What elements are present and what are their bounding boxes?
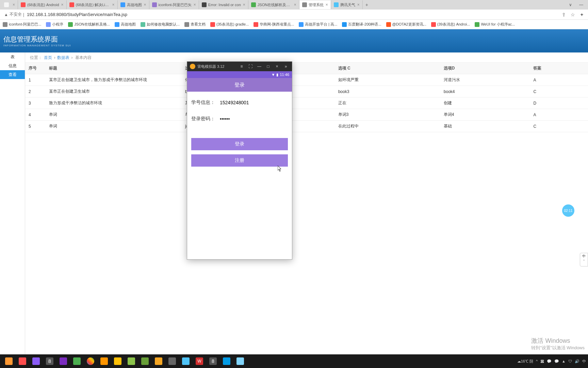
tab-5[interactable]: Error: Invalid or con× [199, 0, 248, 9]
taskbar-app[interactable] [3, 356, 15, 367]
taskbar-app[interactable] [98, 356, 110, 367]
table-header: 选项 C [335, 63, 440, 74]
bookmark-item[interactable]: JSON在线解析及格... [68, 22, 110, 27]
tray-icon[interactable]: 🕿 [540, 359, 544, 363]
tab-6[interactable]: JSON在线解析及格式× [248, 0, 299, 9]
url-input[interactable]: 192.168.1.168:8080/StudyPlanService/main… [27, 12, 562, 17]
emulator-titlebar[interactable]: 雷电模拟器 3.12 ≡ ⛶ — □ × » [187, 62, 292, 71]
minimize-icon[interactable]: — [576, 2, 587, 7]
tab-7[interactable]: 管理系统× [299, 0, 331, 9]
tab-4[interactable]: iconfont-阿里巴巴矢× [149, 0, 199, 9]
tab-8[interactable]: 腾讯天气× [331, 0, 363, 9]
password-input[interactable] [218, 115, 288, 123]
share-icon[interactable]: ⇪ [562, 12, 566, 17]
tab-3[interactable]: 高德地图× [118, 0, 149, 9]
breadcrumb-link[interactable]: 数据表 [57, 55, 69, 60]
tray-icon[interactable]: ▲ [562, 359, 566, 363]
close-icon[interactable]: × [243, 2, 245, 7]
security-indicator[interactable]: ▲ 不安全 | [4, 12, 24, 17]
weather-widget[interactable]: ☁ 16℃ 阴 [517, 359, 533, 364]
bookmark-item[interactable]: 如何修改电脑默认... [141, 22, 180, 27]
close-icon[interactable]: × [13, 2, 15, 7]
expand-icon[interactable]: » [282, 64, 289, 69]
taskbar-app[interactable] [139, 356, 151, 367]
breadcrumb-link[interactable]: 首页 [44, 55, 52, 60]
table-cell: 正在 [335, 97, 440, 109]
register-button[interactable]: 注册 [191, 154, 288, 167]
emulator-logo-icon [190, 64, 195, 69]
taskbar-app[interactable] [112, 356, 124, 367]
sidebar: 表 信息 查看 [0, 52, 25, 354]
taskbar-app[interactable] [220, 356, 233, 367]
taskbar-app[interactable] [234, 356, 246, 367]
table-row[interactable]: 1某市正在创建卫生城市，致力形成干净整洁的城市环境依然存在一些问题如环境严重河道… [25, 74, 588, 86]
new-tab-button[interactable]: + [363, 2, 371, 7]
taskbar-app[interactable] [125, 356, 137, 367]
ime-indicator[interactable]: 中 › [580, 253, 588, 266]
taskbar-app[interactable] [71, 356, 83, 367]
taskbar-app[interactable] [57, 356, 69, 367]
tray-chevron-icon[interactable]: ^ [536, 359, 538, 363]
taskbar-app[interactable] [166, 356, 178, 367]
extensions-icon[interactable]: ✦ [580, 12, 584, 17]
close-icon[interactable]: × [357, 2, 360, 7]
table-cell: 某市正在创建卫生城市 [46, 86, 182, 97]
content: 位置： 首页 › 数据表 › 基本内容 序号 标题 选项 B 选项 C 选项D … [25, 52, 588, 354]
windows-watermark: 激活 Windows 转到"设置"以激活 Windows [531, 337, 585, 351]
ime-tray[interactable]: 中 [582, 359, 586, 364]
taskbar-app[interactable] [84, 356, 97, 367]
taskbar-app[interactable] [16, 356, 29, 367]
close-icon[interactable]: × [112, 2, 115, 7]
taskbar-app[interactable] [180, 356, 192, 367]
close-icon[interactable]: × [326, 2, 328, 7]
menu-icon[interactable]: ≡ [238, 64, 245, 69]
table-row[interactable]: 5单词java基础在此过程中基础C [25, 121, 588, 132]
battery-icon: ▮ [276, 73, 278, 77]
tray-icon[interactable]: 🛡 [568, 359, 572, 363]
taskbar-app[interactable] [30, 356, 42, 367]
timer-badge[interactable]: 02:11 [562, 204, 574, 217]
bookmark-item[interactable]: 高德开放平台 | 高... [299, 22, 337, 27]
bookmark-item[interactable]: @DOTA2更新资讯... [386, 22, 426, 27]
page-title: 信息管理系统界面 [3, 35, 71, 44]
minimize-icon[interactable]: — [256, 64, 263, 69]
bookmark-item[interactable]: (39条消息) Androi... [431, 22, 470, 27]
taskbar-app[interactable]: 8 [207, 356, 219, 367]
sidebar-item-info[interactable]: 信息 [0, 61, 25, 70]
tab-1[interactable]: (68条消息) Android× [18, 0, 67, 9]
bookmark-item[interactable]: 华商网-陕西省重点... [254, 22, 294, 27]
emulator-title: 雷电模拟器 3.12 [197, 64, 236, 69]
sidebar-item-view[interactable]: 查看 [0, 70, 25, 79]
bookmark-item[interactable]: 百度翻译-200种语... [342, 22, 381, 27]
taskbar-app[interactable] [152, 356, 165, 367]
maximize-icon[interactable]: □ [265, 64, 272, 69]
star-icon[interactable]: ☆ [571, 12, 575, 17]
close-icon[interactable]: × [144, 2, 146, 7]
bookmark-item[interactable]: iconfont-阿里巴巴... [3, 22, 41, 27]
bookmark-item[interactable]: 查看文档 [184, 22, 206, 27]
fullscreen-icon[interactable]: ⛶ [247, 64, 254, 69]
table-row[interactable]: 3致力形成干净整洁的城市环境某市正在创建D [25, 97, 588, 109]
bookmark-item[interactable]: 小程序 [46, 22, 63, 27]
login-button[interactable]: 登录 [191, 138, 288, 150]
bookmark-item[interactable]: (35条消息) gradle... [210, 22, 249, 27]
close-icon[interactable]: × [274, 64, 280, 69]
tray-icon[interactable]: 💬 [547, 359, 552, 364]
taskbar-app[interactable]: 8 [44, 356, 56, 367]
table-row[interactable]: 2某市正在创建卫生城市book2book3book4C [25, 86, 588, 97]
close-icon[interactable]: × [294, 2, 296, 7]
sidebar-item-table[interactable]: 表 [0, 52, 25, 61]
bookmark-item[interactable]: 高德地图 [115, 22, 136, 27]
window-menu-icon[interactable]: ∨ [565, 2, 576, 7]
tab-0[interactable]: × [1, 0, 18, 9]
taskbar-app[interactable]: W [193, 356, 206, 367]
tab-2[interactable]: (68条消息) 解决ListV× [67, 0, 118, 9]
bookmark-item[interactable]: WeUI for 小程序ac... [475, 22, 515, 27]
close-icon[interactable]: × [194, 2, 196, 7]
table-cell: 致力形成干净整洁的城市环境 [46, 97, 182, 109]
volume-icon[interactable]: 🔊 [575, 359, 579, 364]
close-icon[interactable]: × [61, 2, 64, 7]
student-id-input[interactable] [218, 98, 288, 107]
tray-icon[interactable]: 💬 [554, 359, 559, 364]
table-row[interactable]: 4单词单词2单词3单词4A [25, 109, 588, 121]
